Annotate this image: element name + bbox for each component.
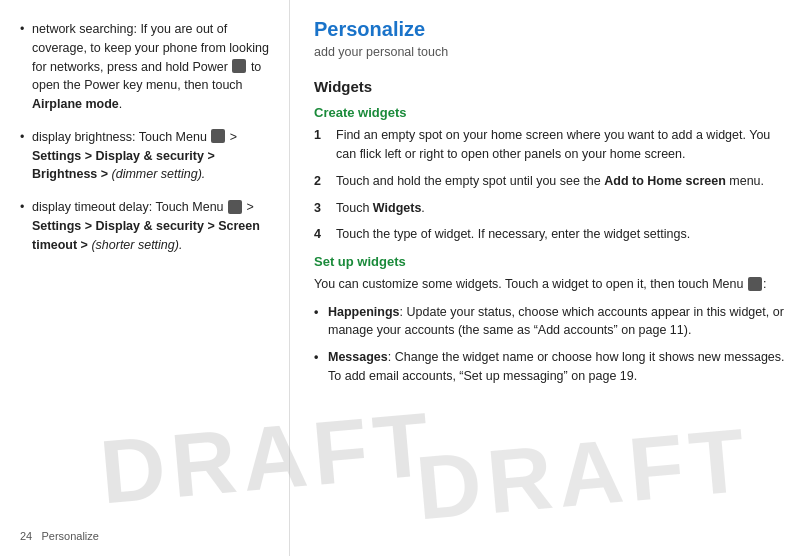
left-column: network searching: If you are out of cov… [0,0,290,556]
timeout-italic: (shorter setting). [91,238,182,252]
messages-label: Messages [328,350,388,364]
step-2-text: Touch and hold the empty spot until you … [336,172,764,191]
add-to-home-label: Add to Home screen [604,174,726,188]
page-label-text: Personalize [41,530,98,542]
power-icon [232,59,246,73]
messages-item: Messages: Change the widget name or choo… [314,348,787,386]
step-4-text: Touch the type of widget. If necessary, … [336,225,690,244]
brightness-italic: (dimmer setting). [112,167,206,181]
step-3: 3 Touch Widgets. [314,199,787,218]
menu-icon-setup [748,277,762,291]
right-column: Personalize add your personal touch Widg… [290,0,811,556]
page-subtitle: add your personal touch [314,43,787,62]
list-item-brightness: display brightness: Touch Menu > Setting… [20,128,269,184]
menu-icon-brightness [211,129,225,143]
widgets-heading: Widgets [314,78,787,95]
timeout-text: display timeout delay: Touch Menu > Sett… [32,200,260,252]
step-1: 1 Find an empty spot on your home screen… [314,126,787,164]
happenings-item: Happenings: Update your status, choose w… [314,303,787,341]
setup-widgets-heading: Set up widgets [314,254,787,269]
step-1-num: 1 [314,126,332,164]
network-text: network searching: If you are out of cov… [32,22,269,111]
step-2: 2 Touch and hold the empty spot until yo… [314,172,787,191]
left-bullet-list: network searching: If you are out of cov… [20,20,269,254]
setup-text: You can customize some widgets. Touch a … [314,275,787,294]
step-4-num: 4 [314,225,332,244]
page-title: Personalize [314,18,787,41]
step-3-text: Touch Widgets. [336,199,425,218]
step-2-num: 2 [314,172,332,191]
page-number: 24 Personalize [20,528,99,545]
step-4: 4 Touch the type of widget. If necessary… [314,225,787,244]
airplane-mode-label: Airplane mode [32,97,119,111]
setup-bullet-list: Happenings: Update your status, choose w… [314,303,787,386]
happenings-label: Happenings [328,305,400,319]
create-widgets-heading: Create widgets [314,105,787,120]
page-container: network searching: If you are out of cov… [0,0,811,556]
list-item-network: network searching: If you are out of cov… [20,20,269,114]
menu-icon-timeout [228,200,242,214]
draft-watermark-right: DRAFT [412,409,755,541]
widgets-label: Widgets [373,201,422,215]
brightness-text: display brightness: Touch Menu > Setting… [32,130,237,182]
step-3-num: 3 [314,199,332,218]
page-num-value: 24 [20,530,32,542]
setup-text-content: You can customize some widgets. Touch a … [314,277,743,291]
list-item-timeout: display timeout delay: Touch Menu > Sett… [20,198,269,254]
step-1-text: Find an empty spot on your home screen w… [336,126,787,164]
create-steps-list: 1 Find an empty spot on your home screen… [314,126,787,244]
